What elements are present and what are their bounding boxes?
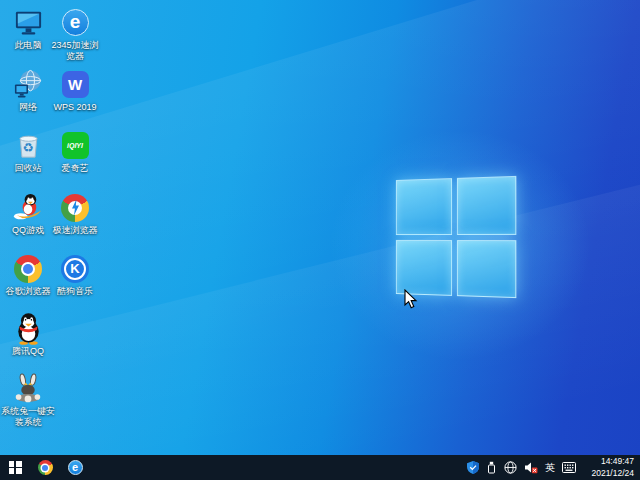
wps-icon: W bbox=[59, 68, 92, 101]
start-button[interactable] bbox=[0, 455, 30, 480]
iqiyi-icon: iQIYI bbox=[59, 129, 92, 162]
network-icon bbox=[12, 68, 45, 101]
speed-browser-icon bbox=[59, 191, 92, 224]
system-tray: 英 14:49:47 2021/12/24 bbox=[467, 456, 640, 478]
system-rabbit-icon bbox=[12, 372, 45, 405]
2345-taskbar-button[interactable]: e bbox=[60, 455, 90, 480]
windows-start-icon bbox=[9, 461, 22, 474]
touch-keyboard-icon[interactable] bbox=[562, 462, 576, 473]
desktop-icon-wps-2019[interactable]: W WPS 2019 bbox=[47, 68, 103, 113]
desktop-icon-speed-browser[interactable]: 极速浏览器 bbox=[47, 191, 103, 236]
desktop-icon-label: QQ游戏 bbox=[12, 225, 44, 236]
desktop-icon-label: 谷歌浏览器 bbox=[6, 286, 51, 297]
windows-logo-pane bbox=[396, 178, 452, 235]
windows-logo-pane bbox=[456, 176, 516, 235]
recycle-bin-icon: ♻ bbox=[12, 129, 45, 162]
qq-games-icon bbox=[12, 191, 45, 224]
taskbar-clock[interactable]: 14:49:47 2021/12/24 bbox=[583, 456, 637, 478]
clock-date: 2021/12/24 bbox=[591, 468, 634, 479]
chrome-icon bbox=[38, 460, 53, 475]
windows-logo-pane bbox=[456, 240, 516, 299]
desktop-icon-tencent-qq[interactable]: 腾讯QQ bbox=[0, 312, 56, 357]
desktop-icon-system-rabbit[interactable]: 系统兔一键安装系统 bbox=[0, 372, 56, 429]
desktop-icon-label: 此电脑 bbox=[15, 40, 42, 51]
desktop-icon-label: WPS 2019 bbox=[53, 102, 96, 113]
kugou-icon: K bbox=[59, 252, 92, 285]
network-globe-icon[interactable] bbox=[504, 461, 517, 474]
2345-browser-icon: e bbox=[59, 6, 92, 39]
windows-logo bbox=[396, 176, 516, 298]
windows-logo-pane bbox=[396, 239, 452, 296]
desktop-icon-label: 回收站 bbox=[15, 163, 42, 174]
desktop-icon-label: 系统兔一键安装系统 bbox=[0, 406, 56, 429]
volume-muted-icon[interactable] bbox=[524, 461, 538, 474]
ime-indicator[interactable]: 英 bbox=[545, 463, 555, 473]
windows-desktop: 此电脑 网络 ♻ 回收站 bbox=[0, 0, 640, 480]
desktop-icon-2345-browser[interactable]: e 2345加速浏览器 bbox=[47, 6, 103, 63]
desktop-icon-label: 网络 bbox=[19, 102, 37, 113]
desktop-icon-kugou-music[interactable]: K 酷狗音乐 bbox=[47, 252, 103, 297]
desktop-icon-label: 酷狗音乐 bbox=[57, 286, 93, 297]
desktop-icon-label: 腾讯QQ bbox=[12, 346, 44, 357]
desktop-icon-label: 爱奇艺 bbox=[62, 163, 89, 174]
this-pc-icon bbox=[12, 6, 45, 39]
taskbar: e bbox=[0, 455, 640, 480]
clock-time: 14:49:47 bbox=[601, 456, 634, 467]
usb-eject-icon[interactable] bbox=[486, 461, 497, 474]
security-shield-icon[interactable] bbox=[467, 461, 479, 474]
chrome-taskbar-button[interactable] bbox=[30, 455, 60, 480]
2345-browser-icon: e bbox=[68, 460, 83, 475]
desktop-icon-label: 2345加速浏览器 bbox=[47, 40, 103, 63]
desktop-icon-label: 极速浏览器 bbox=[53, 225, 98, 236]
desktop-icon-iqiyi[interactable]: iQIYI 爱奇艺 bbox=[47, 129, 103, 174]
tencent-qq-icon bbox=[12, 312, 45, 345]
svg-text:♻: ♻ bbox=[22, 141, 33, 155]
chrome-icon bbox=[12, 252, 45, 285]
